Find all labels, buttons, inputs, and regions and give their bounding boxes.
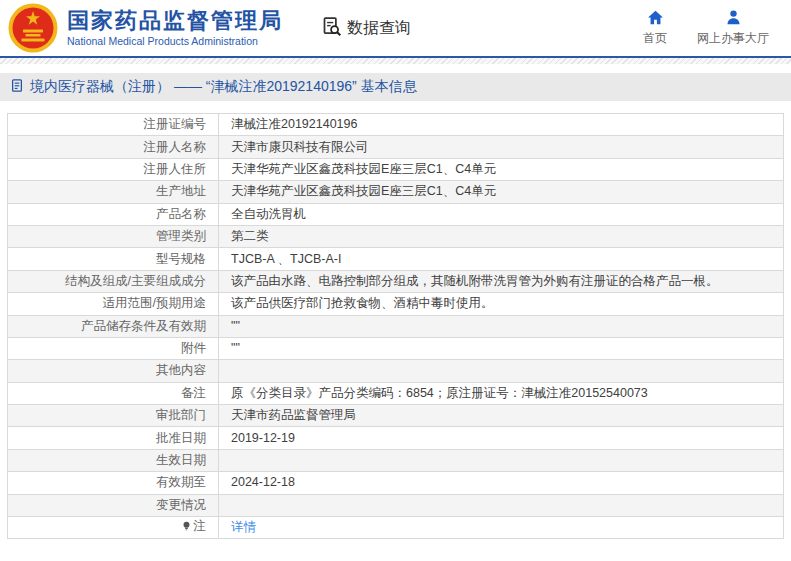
breadcrumb: 境内医疗器械（注册） —— “津械注准20192140196” 基本信息 <box>0 73 791 101</box>
row-label: 备注 <box>8 382 219 404</box>
nav-home[interactable]: 首页 <box>643 9 667 47</box>
detail-link[interactable]: 详情 <box>231 520 256 534</box>
row-value: 原《分类目录》产品分类编码：6854；原注册证号：津械注准20152540073 <box>219 382 784 404</box>
top-nav: 首页 网上办事大厅 <box>643 9 769 47</box>
row-value: 天津华苑产业区鑫茂科技园E座三层C1、C4单元 <box>219 181 784 203</box>
table-row: 适用范围/预期用途该产品供医疗部门抢救食物、酒精中毒时使用。 <box>8 293 784 315</box>
home-icon <box>647 9 664 26</box>
registration-info-table: 注册证编号津械注准20192140196注册人名称天津市康贝科技有限公司注册人住… <box>7 113 784 539</box>
row-value: 津械注准20192140196 <box>219 114 784 136</box>
table-row: 有效期至2024-12-18 <box>8 472 784 494</box>
bulb-icon <box>181 520 192 536</box>
nav-service-hall-label: 网上办事大厅 <box>697 30 769 47</box>
national-emblem-logo <box>8 3 58 53</box>
row-label: 型号规格 <box>8 248 219 270</box>
info-table-body: 注册证编号津械注准20192140196注册人名称天津市康贝科技有限公司注册人住… <box>8 114 784 539</box>
table-row: 审批部门天津市药品监督管理局 <box>8 405 784 427</box>
row-label: 生产地址 <box>8 181 219 203</box>
agency-title: 国家药品监督管理局 <box>67 9 283 33</box>
header-hatch-divider <box>0 58 791 64</box>
row-label: 注册证编号 <box>8 114 219 136</box>
row-value: 2019-12-19 <box>219 427 784 449</box>
table-row: 生产地址天津华苑产业区鑫茂科技园E座三层C1、C4单元 <box>8 181 784 203</box>
table-row: 结构及组成/主要组成成分该产品由水路、电路控制部分组成，其随机附带洗胃管为外购有… <box>8 270 784 292</box>
table-row: 附件"" <box>8 337 784 359</box>
row-value: 天津市康贝科技有限公司 <box>219 136 784 158</box>
table-row: 生效日期 <box>8 449 784 471</box>
row-label: 适用范围/预期用途 <box>8 293 219 315</box>
row-label: 结构及组成/主要组成成分 <box>8 270 219 292</box>
table-row: 注详情 <box>8 517 784 539</box>
agency-subtitle: National Medical Products Administration <box>67 36 283 48</box>
table-row: 型号规格TJCB-A 、TJCB-A-I <box>8 248 784 270</box>
nav-service-hall[interactable]: 网上办事大厅 <box>697 9 769 47</box>
person-icon <box>725 9 742 26</box>
row-value: 第二类 <box>219 225 784 247</box>
table-row: 注册人住所天津华苑产业区鑫茂科技园E座三层C1、C4单元 <box>8 158 784 180</box>
row-label: 注册人名称 <box>8 136 219 158</box>
row-label: 产品名称 <box>8 203 219 225</box>
row-value: 该产品供医疗部门抢救食物、酒精中毒时使用。 <box>219 293 784 315</box>
row-label: 有效期至 <box>8 472 219 494</box>
table-row: 产品储存条件及有效期"" <box>8 315 784 337</box>
row-value: 2024-12-18 <box>219 472 784 494</box>
row-value <box>219 449 784 471</box>
data-query-nav[interactable]: 数据查询 <box>321 16 411 41</box>
row-label: 注 <box>8 517 219 539</box>
row-label: 变更情况 <box>8 494 219 516</box>
document-icon <box>10 78 24 96</box>
row-value: "" <box>219 337 784 359</box>
row-label: 管理类别 <box>8 225 219 247</box>
table-row: 批准日期2019-12-19 <box>8 427 784 449</box>
row-label: 批准日期 <box>8 427 219 449</box>
row-value: 该产品由水路、电路控制部分组成，其随机附带洗胃管为外购有注册证的合格产品一根。 <box>219 270 784 292</box>
row-value: 详情 <box>219 517 784 539</box>
document-search-icon <box>321 16 342 41</box>
row-value: TJCB-A 、TJCB-A-I <box>219 248 784 270</box>
table-row: 变更情况 <box>8 494 784 516</box>
row-value: 全自动洗胃机 <box>219 203 784 225</box>
table-row: 产品名称全自动洗胃机 <box>8 203 784 225</box>
row-value <box>219 494 784 516</box>
row-label: 产品储存条件及有效期 <box>8 315 219 337</box>
table-row: 注册证编号津械注准20192140196 <box>8 114 784 136</box>
nav-home-label: 首页 <box>643 30 667 47</box>
header: 国家药品监督管理局 National Medical Products Admi… <box>0 0 791 58</box>
registration-info-table-wrap: 注册证编号津械注准20192140196注册人名称天津市康贝科技有限公司注册人住… <box>7 113 784 539</box>
table-row: 注册人名称天津市康贝科技有限公司 <box>8 136 784 158</box>
row-value: "" <box>219 315 784 337</box>
data-query-label: 数据查询 <box>347 18 411 39</box>
row-label: 生效日期 <box>8 449 219 471</box>
agency-title-block: 国家药品监督管理局 National Medical Products Admi… <box>67 9 283 48</box>
row-value: 天津市药品监督管理局 <box>219 405 784 427</box>
row-value: 天津华苑产业区鑫茂科技园E座三层C1、C4单元 <box>219 158 784 180</box>
row-value <box>219 360 784 382</box>
breadcrumb-text: 境内医疗器械（注册） —— “津械注准20192140196” 基本信息 <box>30 78 417 96</box>
row-label: 注册人住所 <box>8 158 219 180</box>
row-label: 附件 <box>8 337 219 359</box>
row-label: 其他内容 <box>8 360 219 382</box>
table-row: 管理类别第二类 <box>8 225 784 247</box>
row-label: 审批部门 <box>8 405 219 427</box>
table-row: 其他内容 <box>8 360 784 382</box>
table-row: 备注原《分类目录》产品分类编码：6854；原注册证号：津械注准201525400… <box>8 382 784 404</box>
